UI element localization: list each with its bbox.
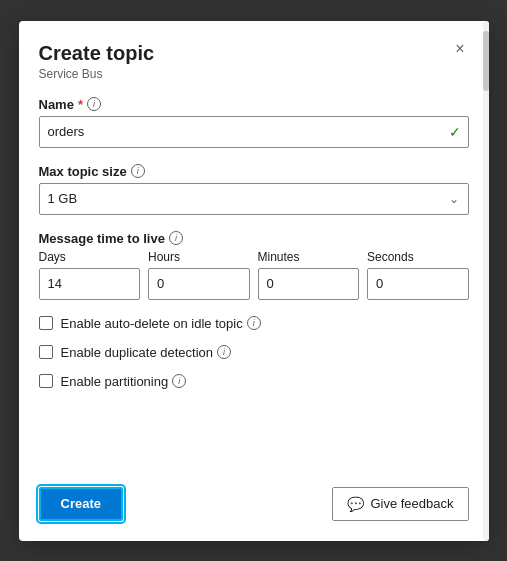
auto-delete-checkbox[interactable] xyxy=(39,316,53,330)
ttl-seconds-input[interactable] xyxy=(367,268,469,300)
ttl-days-label: Days xyxy=(39,250,141,264)
feedback-label: Give feedback xyxy=(370,496,453,511)
ttl-days-col: Days xyxy=(39,250,141,300)
close-button[interactable]: × xyxy=(451,39,468,59)
max-topic-size-label: Max topic size i xyxy=(39,164,469,179)
name-label: Name * i xyxy=(39,97,469,112)
ttl-hours-input[interactable] xyxy=(148,268,250,300)
feedback-icon: 💬 xyxy=(347,496,364,512)
scrollbar-thumb[interactable] xyxy=(483,31,489,91)
ttl-minutes-col: Minutes xyxy=(258,250,360,300)
name-input-wrapper: ✓ xyxy=(39,116,469,148)
partitioning-checkbox[interactable] xyxy=(39,374,53,388)
create-topic-dialog: Create topic Service Bus × Name * i ✓ Ma… xyxy=(19,21,489,541)
validation-checkmark-icon: ✓ xyxy=(449,124,461,140)
ttl-row: Days Hours Minutes Seconds xyxy=(39,250,469,300)
message-ttl-label: Message time to live i xyxy=(39,231,469,246)
duplicate-detection-label: Enable duplicate detection i xyxy=(61,345,232,360)
ttl-days-input[interactable] xyxy=(39,268,141,300)
dialog-header: Create topic Service Bus × xyxy=(19,21,489,81)
message-ttl-field-group: Message time to live i Days Hours Minute… xyxy=(39,231,469,300)
dialog-title: Create topic xyxy=(39,41,155,65)
ttl-seconds-label: Seconds xyxy=(367,250,469,264)
partitioning-checkbox-group: Enable partitioning i xyxy=(39,374,469,389)
dialog-body: Name * i ✓ Max topic size i 1 GB 2 GB 3 … xyxy=(19,81,489,475)
header-text: Create topic Service Bus xyxy=(39,41,155,81)
scrollbar-track xyxy=(483,21,489,541)
name-field-group: Name * i ✓ xyxy=(39,97,469,148)
ttl-minutes-label: Minutes xyxy=(258,250,360,264)
max-topic-size-select-wrapper: 1 GB 2 GB 3 GB 4 GB 5 GB ⌄ xyxy=(39,183,469,215)
create-button[interactable]: Create xyxy=(39,487,123,521)
ttl-hours-col: Hours xyxy=(148,250,250,300)
ttl-minutes-input[interactable] xyxy=(258,268,360,300)
ttl-seconds-col: Seconds xyxy=(367,250,469,300)
max-topic-size-field-group: Max topic size i 1 GB 2 GB 3 GB 4 GB 5 G… xyxy=(39,164,469,215)
dialog-subtitle: Service Bus xyxy=(39,67,155,81)
duplicate-detection-checkbox-group: Enable duplicate detection i xyxy=(39,345,469,360)
max-topic-size-select[interactable]: 1 GB 2 GB 3 GB 4 GB 5 GB xyxy=(39,183,469,215)
duplicate-detection-checkbox[interactable] xyxy=(39,345,53,359)
name-input[interactable] xyxy=(39,116,469,148)
auto-delete-checkbox-group: Enable auto-delete on idle topic i xyxy=(39,316,469,331)
auto-delete-label: Enable auto-delete on idle topic i xyxy=(61,316,261,331)
required-indicator: * xyxy=(78,97,83,112)
name-info-icon[interactable]: i xyxy=(87,97,101,111)
duplicate-detection-info-icon[interactable]: i xyxy=(217,345,231,359)
message-ttl-info-icon[interactable]: i xyxy=(169,231,183,245)
ttl-hours-label: Hours xyxy=(148,250,250,264)
auto-delete-info-icon[interactable]: i xyxy=(247,316,261,330)
give-feedback-button[interactable]: 💬 Give feedback xyxy=(332,487,468,521)
partitioning-info-icon[interactable]: i xyxy=(172,374,186,388)
dialog-footer: Create 💬 Give feedback xyxy=(19,475,489,541)
max-topic-size-info-icon[interactable]: i xyxy=(131,164,145,178)
partitioning-label: Enable partitioning i xyxy=(61,374,187,389)
